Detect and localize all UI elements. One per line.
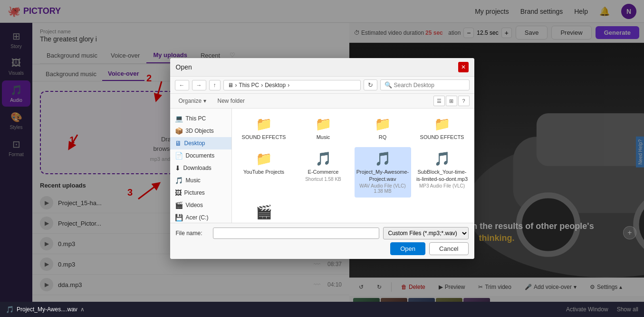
dialog-open-button[interactable]: Open — [390, 242, 425, 255]
dialog-toolbar: ← → ↑ 🖥 › This PC › Desktop › ↻ 🔍 — [170, 77, 474, 94]
thispc-label: This PC — [186, 115, 206, 122]
thispc-icon: 💻 — [175, 115, 183, 122]
filetype-select[interactable]: Custom Files (*.mp3;*.wav) — [383, 227, 469, 239]
up-button[interactable]: ↑ — [209, 80, 221, 90]
dialog-body: 💻 This PC 📦 3D Objects 🖥 Desktop 📄 Docum… — [170, 109, 474, 223]
dialog-cancel-button[interactable]: Cancel — [429, 242, 468, 255]
audio-icon-2: 🎵 — [375, 151, 391, 167]
breadcrumb-sep: › — [235, 82, 237, 89]
status-filename: Project_My-Awes....wav — [17, 306, 77, 313]
file-item-music[interactable]: 📁 Music — [295, 112, 352, 144]
acerc-label: Acer (C:) — [186, 214, 209, 221]
file-name-youtube: YouTube Projects — [243, 168, 284, 175]
file-item-ecommerce[interactable]: 🎵 E-Commerce Shortcut 1.58 KB — [295, 147, 352, 198]
folder-icon-4: 📁 — [434, 116, 451, 132]
view-buttons: ☰ ⊞ ? — [433, 96, 470, 106]
folder-icon-3: 📁 — [375, 116, 391, 132]
file-name-soundeffects2: SOUND EFFECTS — [420, 134, 464, 140]
dialog-footer: File name: Custom Files (*.mp3;*.wav) Op… — [170, 223, 474, 259]
help-button[interactable]: ? — [458, 96, 470, 106]
pictures-icon: 🖼 — [175, 189, 182, 197]
file-name-videomarketing: Video Marketing — [245, 222, 282, 223]
folder-icon: 📁 — [256, 116, 272, 132]
videos-label: Videos — [186, 202, 203, 208]
dialog-sidebar: 💻 This PC 📦 3D Objects 🖥 Desktop 📄 Docum… — [170, 109, 232, 223]
audio-icon-1: 🎵 — [315, 151, 332, 167]
breadcrumb-sep3: › — [288, 82, 289, 89]
sidebar-3dobjects[interactable]: 📦 3D Objects — [170, 125, 231, 137]
downloads-label: Downloads — [183, 165, 211, 171]
desktop-label: Desktop — [184, 140, 205, 147]
sidebar-music[interactable]: 🎵 Music — [170, 174, 231, 187]
sidebar-documents[interactable]: 📄 Documents — [170, 149, 231, 162]
sidebar-thispc[interactable]: 💻 This PC — [170, 112, 231, 125]
folder-icon-2: 📁 — [315, 116, 332, 132]
list-view-button[interactable]: ☰ — [433, 96, 445, 106]
show-all-button[interactable]: Show all — [617, 306, 638, 313]
sidebar-acerc[interactable]: 💾 Acer (C:) — [170, 211, 231, 223]
sidebar-pictures[interactable]: 🖼 Pictures — [170, 187, 231, 199]
search-box: 🔍 — [380, 79, 470, 90]
file-meta-project-wav: WAV Audio File (VLC) 1.38 MB — [356, 183, 409, 194]
forward-button[interactable]: → — [192, 80, 206, 90]
file-meta-ecommerce: Shortcut 1.58 KB — [305, 177, 341, 182]
sidebar-desktop[interactable]: 🖥 Desktop — [170, 137, 231, 149]
grid-view-button[interactable]: ⊞ — [446, 96, 457, 106]
documents-icon: 📄 — [175, 152, 183, 159]
file-name-rq: RQ — [379, 134, 387, 140]
videos-icon: 🎬 — [175, 201, 183, 209]
music-label: Music — [186, 177, 201, 184]
filename-input[interactable] — [213, 228, 379, 239]
file-meta-subblock: MP3 Audio File (VLC) — [419, 183, 465, 188]
refresh-button[interactable]: ↻ — [364, 79, 377, 90]
file-name-ecommerce: E-Commerce — [308, 168, 339, 175]
sidebar-videos[interactable]: 🎬 Videos — [170, 199, 231, 211]
file-item-project-wav[interactable]: 🎵 Project_My-Awesome-Project.wav WAV Aud… — [355, 147, 411, 198]
file-item-videomarketing[interactable]: 🎬 Video Marketing Shortcut 1.53 KB — [236, 200, 292, 223]
breadcrumb-sep2: › — [261, 82, 263, 89]
music-icon: 🎵 — [175, 177, 183, 184]
file-name-project-wav: Project_My-Awesome-Project.wav — [356, 168, 409, 182]
back-button[interactable]: ← — [175, 80, 189, 90]
video-icon-1: 🎬 — [256, 204, 272, 220]
documents-label: Documents — [186, 152, 215, 159]
status-file-icon: 🎵 — [6, 306, 14, 313]
3dobjects-icon: 📦 — [175, 127, 183, 135]
audio-icon-3: 🎵 — [434, 151, 451, 167]
file-item-subblock[interactable]: 🎵 SubBlock_Your-time-is-limited-so-dont.… — [414, 147, 471, 198]
dialog-options-row: Organize ▾ New folder ☰ ⊞ ? — [170, 94, 474, 109]
dialog-action-row: Open Cancel — [176, 242, 469, 255]
acerc-icon: 💾 — [175, 214, 183, 221]
pictures-label: Pictures — [184, 189, 205, 196]
file-name-subblock: SubBlock_Your-time-is-limited-so-dont.mp… — [416, 168, 469, 182]
statusbar: 🎵 Project_My-Awes....wav ∧ Activate Wind… — [0, 302, 644, 317]
sidebar-downloads[interactable]: ⬇ Downloads — [170, 162, 231, 174]
breadcrumb-desktop[interactable]: Desktop — [265, 82, 286, 89]
search-icon: 🔍 — [384, 81, 392, 89]
status-chevron: ∧ — [80, 306, 85, 313]
status-file-info: 🎵 Project_My-Awes....wav ∧ — [6, 306, 85, 313]
breadcrumb-thispc[interactable]: This PC — [239, 82, 260, 89]
files-grid: 📁 SOUND EFFECTS 📁 Music 📁 RQ 📁 SOUND EFF… — [232, 109, 474, 223]
file-dialog: Open ✕ ← → ↑ 🖥 › This PC › Desktop › ↻ 🔍 — [170, 58, 474, 259]
filename-row: File name: Custom Files (*.mp3;*.wav) — [176, 227, 469, 239]
folder-icon-5: 📁 — [256, 151, 272, 167]
file-item-soundeffects[interactable]: 📁 SOUND EFFECTS — [236, 112, 292, 144]
dialog-titlebar: Open ✕ — [170, 58, 474, 77]
dialog-overlay: Open ✕ ← → ↑ 🖥 › This PC › Desktop › ↻ 🔍 — [0, 0, 644, 317]
file-item-rq[interactable]: 📁 RQ — [355, 112, 411, 144]
downloads-icon: ⬇ — [175, 164, 181, 172]
file-item-youtube[interactable]: 📁 YouTube Projects — [236, 147, 292, 198]
file-item-soundeffects2[interactable]: 📁 SOUND EFFECTS — [414, 112, 471, 144]
3dobjects-label: 3D Objects — [186, 128, 214, 134]
file-name-soundeffects: SOUND EFFECTS — [242, 134, 286, 140]
dialog-close-button[interactable]: ✕ — [458, 62, 469, 72]
filename-label: File name: — [176, 230, 209, 237]
search-input[interactable] — [394, 82, 465, 89]
new-folder-button[interactable]: New folder — [214, 97, 249, 105]
file-name-music: Music — [317, 134, 330, 140]
organize-button[interactable]: Organize ▾ — [175, 97, 210, 105]
status-right: Activate Window — [566, 306, 608, 313]
breadcrumb-icon: 🖥 — [228, 82, 233, 89]
dialog-title: Open — [176, 63, 192, 71]
